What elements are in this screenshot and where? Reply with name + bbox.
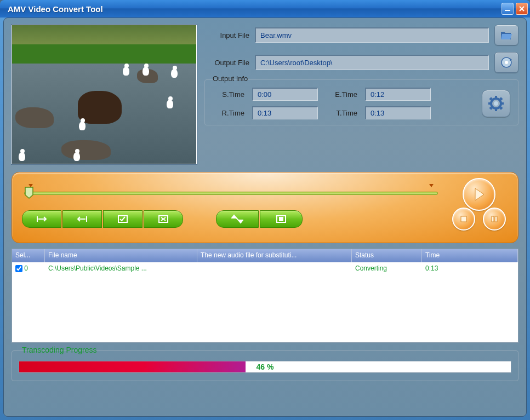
row-status: Converting (352, 263, 422, 273)
play-button[interactable] (463, 178, 495, 211)
svg-rect-8 (488, 102, 491, 105)
pause-icon (491, 215, 498, 223)
mark-in-icon (35, 215, 48, 223)
col-audio[interactable]: The new audio file for substituti... (197, 249, 352, 262)
ttime-value: 0:13 (365, 106, 431, 119)
stop-box-icon (276, 215, 286, 223)
pause-button[interactable] (483, 208, 506, 231)
stime-value: 0:00 (252, 88, 318, 101)
col-time[interactable]: Time (422, 249, 518, 262)
video-preview (12, 25, 197, 164)
output-file-field[interactable]: C:\Users\root\Desktop\ (255, 55, 489, 70)
svg-rect-26 (495, 216, 497, 222)
window-title: AMV Video Convert Tool (8, 4, 499, 14)
etime-value: 0:12 (365, 88, 431, 101)
stop-button[interactable] (452, 208, 475, 231)
progress-bar: 46 % (19, 361, 511, 373)
svg-rect-24 (461, 216, 466, 222)
mark-out-icon (76, 215, 89, 223)
rtime-value: 0:13 (252, 106, 318, 119)
progress-text: 46 % (19, 361, 511, 372)
svg-rect-23 (280, 217, 283, 221)
input-file-label: Input File (204, 31, 249, 39)
end-marker-icon (429, 184, 434, 187)
svg-point-4 (505, 61, 508, 64)
table-row[interactable]: 0 C:\Users\Public\Videos\Sample ... Conv… (12, 262, 518, 274)
gear-icon (488, 95, 504, 112)
col-filename[interactable]: File name (45, 249, 197, 262)
rtime-label: R.Time (213, 109, 244, 117)
etime-label: E.Time (326, 90, 357, 99)
stop-convert-button[interactable] (260, 210, 303, 228)
progress-legend: Transcoding Progress (19, 346, 100, 354)
file-table: Sel... File name The new audio file for … (12, 249, 518, 343)
main-panel: Input File Bear.wmv Output File C:\Users… (3, 18, 527, 417)
svg-line-21 (235, 217, 240, 221)
svg-point-14 (494, 101, 498, 106)
col-status[interactable]: Status (352, 249, 422, 262)
row-audio (197, 267, 352, 269)
progress-fieldset: Transcoding Progress 46 % (12, 350, 518, 381)
browse-output-button[interactable] (494, 52, 518, 73)
row-filename: C:\Users\Public\Videos\Sample ... (45, 263, 197, 273)
seek-slider[interactable] (24, 186, 438, 200)
col-sel[interactable]: Sel... (12, 249, 45, 262)
titlebar: AMV Video Convert Tool (0, 0, 530, 18)
ttime-label: T.Time (326, 109, 357, 117)
svg-rect-6 (495, 96, 497, 99)
mark-end-button[interactable] (62, 210, 102, 228)
seek-thumb[interactable] (24, 186, 34, 199)
svg-rect-25 (492, 216, 494, 222)
play-controls (450, 178, 508, 236)
mark-start-button[interactable] (22, 210, 61, 228)
svg-rect-7 (495, 108, 497, 111)
convert-button[interactable] (216, 210, 259, 228)
playback-panel (12, 172, 518, 243)
output-info-fieldset: Output Info S.Time 0:00 E.Time 0:12 R.Ti… (204, 79, 518, 125)
folder-open-icon (500, 30, 513, 41)
browse-input-button[interactable] (494, 25, 518, 45)
check-button[interactable] (103, 210, 143, 228)
checkbox-icon (118, 215, 128, 223)
row-checkbox[interactable] (15, 265, 22, 272)
minimize-button[interactable] (501, 3, 514, 15)
play-icon (473, 187, 485, 202)
output-file-label: Output File (204, 59, 249, 67)
settings-button[interactable] (482, 90, 510, 117)
row-time: 0:13 (422, 263, 518, 273)
cancel-button[interactable] (144, 210, 183, 228)
row-index: 0 (24, 264, 28, 272)
cancel-box-icon (158, 215, 168, 223)
output-info-legend: Output Info (210, 74, 250, 83)
outer-frame: Input File Bear.wmv Output File C:\Users… (0, 18, 530, 420)
table-header: Sel... File name The new audio file for … (12, 249, 518, 262)
close-button[interactable] (516, 3, 528, 15)
svg-rect-0 (505, 10, 510, 11)
stop-icon (460, 215, 468, 223)
convert-arrows-icon (231, 214, 243, 224)
stime-label: S.Time (213, 90, 244, 99)
input-file-field[interactable]: Bear.wmv (255, 27, 489, 43)
svg-rect-9 (501, 102, 504, 105)
disc-arrow-icon (500, 56, 513, 69)
